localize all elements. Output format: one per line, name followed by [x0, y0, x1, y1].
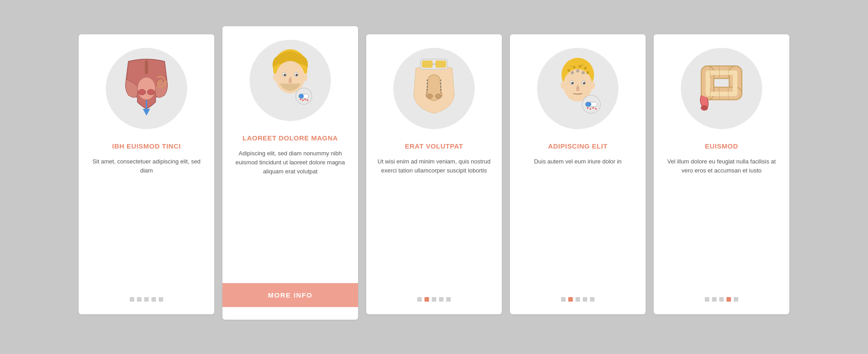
svg-point-51: [590, 108, 591, 110]
svg-point-12: [284, 74, 286, 76]
svg-point-41: [576, 70, 580, 73]
face-medicine-icon: [263, 51, 317, 110]
svg-point-13: [296, 74, 298, 76]
card-4-icon-circle: [537, 48, 618, 129]
svg-point-53: [595, 108, 597, 110]
card-1-icon-circle: [106, 48, 187, 129]
cards-container: IBH EUISMOD TINCI Sit amet, consectetuer…: [52, 16, 816, 338]
svg-point-38: [570, 65, 572, 67]
dot: [439, 297, 443, 302]
card-3-text: Ut wisi enim ad minim veniam, quis nostr…: [377, 157, 491, 282]
svg-point-4: [138, 89, 146, 95]
pelvic-icon: [119, 57, 174, 120]
card-1-text: Sit amet, consectetuer adipiscing elit, …: [90, 157, 203, 282]
intestine-icon: [694, 59, 749, 118]
card-5-text: Vel illum dolore eu feugiat nulla facili…: [665, 157, 778, 282]
dot: [151, 297, 156, 302]
dot: [590, 297, 594, 302]
card-4-dots: [561, 291, 594, 302]
dot: [137, 297, 142, 302]
svg-point-36: [584, 67, 587, 70]
card-1: IBH EUISMOD TINCI Sit amet, consectetuer…: [79, 34, 214, 314]
svg-point-20: [307, 99, 308, 101]
dot: [576, 297, 580, 302]
svg-rect-61: [706, 70, 710, 95]
svg-marker-3: [143, 109, 150, 116]
card-1-dots: [130, 291, 163, 302]
card-3-title: ERAT VOLUTPAT: [405, 142, 463, 151]
card-3-dots: [417, 291, 451, 302]
svg-point-39: [581, 64, 583, 66]
dot: [712, 297, 717, 302]
dot-active: [568, 297, 573, 302]
dot: [583, 297, 587, 302]
dot: [446, 297, 451, 302]
svg-rect-1: [145, 61, 148, 74]
svg-point-45: [571, 82, 574, 84]
dot: [432, 297, 436, 302]
svg-point-8: [273, 73, 278, 81]
svg-point-35: [579, 65, 581, 68]
dot: [417, 297, 422, 302]
card-2-icon-circle: [250, 40, 331, 121]
svg-rect-27: [435, 61, 446, 68]
dot: [144, 297, 149, 302]
dot: [705, 297, 709, 302]
card-5-title: EUISMOD: [705, 142, 738, 151]
card-5-icon-circle: [681, 48, 762, 129]
card-2-text: Adipiscing elit, sed diam nonummy nibh e…: [233, 149, 347, 275]
card-4-title: ADIPISCING ELIT: [548, 142, 608, 151]
dot: [561, 297, 566, 302]
svg-point-19: [304, 98, 306, 100]
svg-point-21: [426, 94, 433, 98]
svg-point-18: [302, 99, 304, 101]
svg-point-52: [592, 107, 594, 109]
more-info-button[interactable]: MORE INFO: [222, 283, 358, 307]
svg-point-9: [302, 73, 307, 81]
svg-point-5: [147, 89, 155, 95]
svg-point-32: [590, 81, 595, 89]
svg-point-37: [586, 71, 589, 74]
card-1-title: IBH EUISMOD TINCI: [112, 142, 181, 151]
card-4: ADIPISCING ELIT Duis autem vel eum iriur…: [510, 34, 646, 314]
card-2-title: LAOREET DOLORE MAGNA: [243, 134, 338, 143]
svg-point-17: [300, 98, 302, 100]
svg-rect-16: [299, 94, 304, 98]
svg-point-34: [573, 66, 576, 69]
svg-point-0: [137, 77, 156, 100]
svg-point-50: [587, 107, 589, 109]
svg-point-46: [583, 82, 585, 84]
svg-rect-59: [733, 70, 737, 95]
svg-point-42: [582, 71, 585, 75]
face-spots-icon: [551, 59, 605, 118]
card-5-dots: [705, 291, 738, 302]
nose-surgery-icon: [407, 59, 461, 118]
card-2: LAOREET DOLORE MAGNA Adipiscing elit, se…: [222, 26, 358, 320]
card-4-text: Duis autem vel eum iriure dolor in: [534, 157, 622, 282]
svg-point-31: [561, 81, 566, 89]
dot-active: [425, 297, 429, 302]
svg-point-33: [567, 69, 570, 72]
dot-active: [726, 297, 731, 302]
dot: [130, 297, 134, 302]
svg-point-22: [435, 94, 442, 98]
card-5: EUISMOD Vel illum dolore eu feugiat null…: [654, 34, 789, 314]
svg-rect-49: [585, 102, 591, 107]
dot: [159, 297, 163, 302]
dot: [734, 297, 738, 302]
card-3: ERAT VOLUTPAT Ut wisi enim ad minim veni…: [366, 34, 502, 314]
dot: [719, 297, 724, 302]
svg-point-62: [701, 105, 708, 111]
card-3-icon-circle: [393, 48, 475, 129]
svg-rect-26: [422, 61, 433, 68]
svg-point-40: [571, 71, 574, 75]
